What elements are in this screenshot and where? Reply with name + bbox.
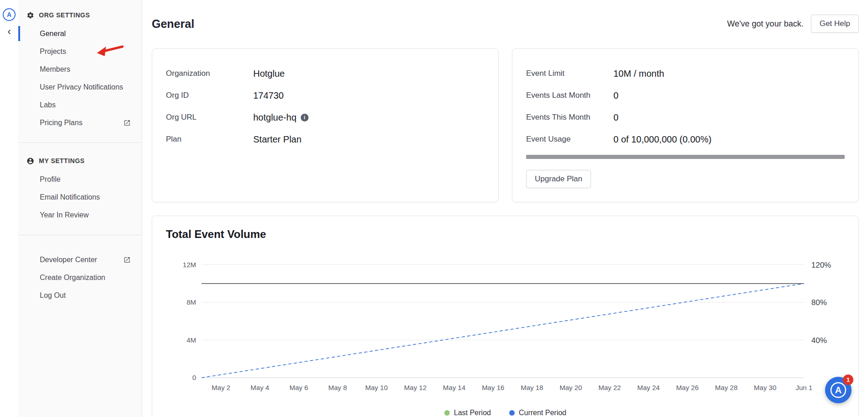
svg-text:May 20: May 20 xyxy=(559,384,582,391)
help-group: We've got your back. Get Help xyxy=(727,15,859,33)
get-help-button[interactable]: Get Help xyxy=(811,15,859,33)
row-value: hotglue-hq i xyxy=(253,112,485,123)
svg-text:May 26: May 26 xyxy=(676,384,698,391)
org-row-org-url: Org URL hotglue-hq i xyxy=(166,106,485,128)
footer-nav: Developer Center Create Organization Log… xyxy=(18,251,142,304)
row-label: Events This Month xyxy=(526,113,613,122)
svg-text:May 22: May 22 xyxy=(598,384,621,391)
legend-last-period[interactable]: Last Period xyxy=(444,409,491,417)
total-event-volume-card: Total Event Volume 04M8M12M40%80%120%May… xyxy=(152,216,859,417)
row-label: Events Last Month xyxy=(526,91,613,100)
row-value: 10M / month xyxy=(613,69,845,79)
svg-text:May 28: May 28 xyxy=(715,384,737,391)
left-rail: A xyxy=(0,0,18,417)
main-content: General We've got your back. Get Help Or… xyxy=(142,0,868,417)
upgrade-plan-button[interactable]: Upgrade Plan xyxy=(526,170,591,188)
svg-text:Jun 1: Jun 1 xyxy=(796,384,813,391)
organization-card: Organization Hotglue Org ID 174730 Org U… xyxy=(152,48,499,202)
sidebar-item-user-privacy-notifications[interactable]: User Privacy Notifications xyxy=(18,78,142,96)
svg-text:May 12: May 12 xyxy=(404,384,426,391)
usage-row-event-usage: Event Usage 0 of 10,000,000 (0.00%) xyxy=(526,128,845,150)
svg-text:12M: 12M xyxy=(183,261,196,269)
row-value: 0 xyxy=(613,112,845,123)
svg-text:80%: 80% xyxy=(811,298,827,307)
row-label: Event Usage xyxy=(526,135,613,144)
org-settings-header: ORG SETTINGS xyxy=(18,9,142,21)
notification-badge: 1 xyxy=(843,375,853,385)
row-label: Plan xyxy=(166,135,253,144)
usage-row-events-this-month: Events This Month 0 xyxy=(526,106,845,128)
chevron-left-icon xyxy=(5,28,13,36)
svg-text:A: A xyxy=(835,385,841,395)
row-value: 0 of 10,000,000 (0.00%) xyxy=(613,134,845,145)
sidebar-item-log-out[interactable]: Log Out xyxy=(18,286,142,304)
sidebar-item-labs[interactable]: Labs xyxy=(18,96,142,114)
row-label: Organization xyxy=(166,69,253,78)
info-icon[interactable]: i xyxy=(301,114,309,121)
legend-dot-current-period xyxy=(509,410,515,416)
legend-current-period[interactable]: Current Period xyxy=(509,409,566,417)
sidebar-item-pricing-plans[interactable]: Pricing Plans xyxy=(18,114,142,132)
my-settings-nav: Profile Email Notifications Year In Revi… xyxy=(18,170,142,224)
chart-title: Total Event Volume xyxy=(166,228,845,241)
svg-text:120%: 120% xyxy=(811,261,831,269)
org-url-value: hotglue-hq xyxy=(253,112,297,123)
svg-text:May 10: May 10 xyxy=(365,384,388,391)
sidebar-item-developer-center[interactable]: Developer Center xyxy=(18,251,142,269)
sidebar-item-year-in-review[interactable]: Year In Review xyxy=(18,206,142,224)
svg-text:40%: 40% xyxy=(811,336,827,345)
event-usage-card: Event Limit 10M / month Events Last Mont… xyxy=(512,48,859,202)
settings-sidebar: ORG SETTINGS General Projects Members Us… xyxy=(18,0,142,417)
row-label: Org URL xyxy=(166,113,253,122)
svg-text:0: 0 xyxy=(192,374,196,381)
svg-text:8M: 8M xyxy=(186,298,196,306)
event-usage-progress-bar xyxy=(526,155,845,159)
org-settings-nav: General Projects Members User Privacy No… xyxy=(18,25,142,132)
support-widget-button[interactable]: A 1 xyxy=(825,377,852,403)
page-header: General We've got your back. Get Help xyxy=(152,12,859,36)
svg-text:May 2: May 2 xyxy=(212,384,230,391)
svg-text:4M: 4M xyxy=(186,336,196,344)
sidebar-footer-section: Developer Center Create Organization Log… xyxy=(18,235,142,315)
legend-dot-last-period xyxy=(444,410,450,416)
sidebar-item-email-notifications[interactable]: Email Notifications xyxy=(18,188,142,206)
upgrade-wrap: Upgrade Plan xyxy=(526,170,845,188)
svg-text:May 30: May 30 xyxy=(754,384,776,391)
usage-row-event-limit: Event Limit 10M / month xyxy=(526,63,845,84)
org-avatar[interactable]: A xyxy=(3,8,16,21)
org-settings-section: ORG SETTINGS General Projects Members Us… xyxy=(18,9,142,143)
external-link-icon xyxy=(123,119,131,127)
chart-legend: Last Period Current Period xyxy=(166,409,845,417)
row-value: 0 xyxy=(613,90,845,101)
svg-text:May 4: May 4 xyxy=(250,384,269,391)
sidebar-item-profile[interactable]: Profile xyxy=(18,170,142,188)
row-label: Event Limit xyxy=(526,69,613,78)
collapse-sidebar-chevron[interactable] xyxy=(5,28,13,36)
my-settings-section: MY SETTINGS Profile Email Notifications … xyxy=(18,143,142,235)
row-value: Starter Plan xyxy=(253,134,485,145)
svg-text:May 24: May 24 xyxy=(637,384,660,391)
row-value: 174730 xyxy=(253,90,485,101)
org-settings-header-label: ORG SETTINGS xyxy=(39,11,90,19)
row-label: Org ID xyxy=(166,91,253,100)
sidebar-item-members[interactable]: Members xyxy=(18,60,142,78)
event-volume-chart: 04M8M12M40%80%120%May 2May 4May 6May 8Ma… xyxy=(166,245,846,406)
app-root: A ORG SETTINGS General Projects Members … xyxy=(0,0,868,417)
org-avatar-letter: A xyxy=(7,11,11,18)
my-settings-header-label: MY SETTINGS xyxy=(39,157,85,164)
help-text: We've got your back. xyxy=(727,19,804,29)
svg-text:May 6: May 6 xyxy=(289,384,308,391)
org-row-plan: Plan Starter Plan xyxy=(166,128,485,150)
usage-row-events-last-month: Events Last Month 0 xyxy=(526,84,845,106)
legend-label-current-period: Current Period xyxy=(519,409,566,417)
sidebar-item-general[interactable]: General xyxy=(18,25,142,42)
org-row-organization: Organization Hotglue xyxy=(166,63,485,84)
sidebar-item-projects[interactable]: Projects xyxy=(18,42,142,60)
external-link-icon xyxy=(123,256,131,264)
summary-cards-row: Organization Hotglue Org ID 174730 Org U… xyxy=(152,48,859,202)
sidebar-item-create-organization[interactable]: Create Organization xyxy=(18,269,142,286)
svg-text:May 18: May 18 xyxy=(521,384,543,391)
my-settings-header: MY SETTINGS xyxy=(18,155,142,167)
svg-text:May 16: May 16 xyxy=(482,384,504,391)
gear-icon xyxy=(27,11,34,19)
